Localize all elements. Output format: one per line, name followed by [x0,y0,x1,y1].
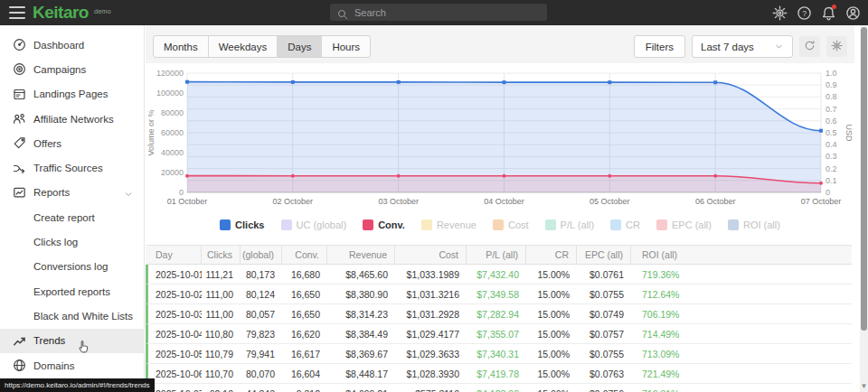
date-range-select[interactable]: Last 7 days [692,35,793,58]
svg-text:07 October: 07 October [801,197,842,206]
table-row: 2025-10-0762,1044,8439,312$4,699.21$575.… [146,384,852,392]
tab-hours[interactable]: Hours [322,36,370,57]
table-row: 2025-10-04110,8079,82316,620$8,384.49$1,… [146,324,852,344]
legend-label: CR [626,219,640,230]
svg-text:0: 0 [179,188,184,197]
table-cell: 706.19% [631,304,852,323]
table-cell: 9,312 [282,384,327,392]
table-cell: $1,033.1989 [395,265,467,284]
sidebar-item-exported-reports[interactable]: Exported reports [0,279,145,303]
notifications-bell-icon[interactable] [821,5,836,21]
svg-text:80000: 80000 [161,108,184,117]
filters-button[interactable]: Filters [634,35,685,58]
sidebar-item-conversions-log[interactable]: Conversions log [0,255,145,279]
table-cell: 2025-10-04 [148,324,202,343]
legend-label: Cost [508,219,529,230]
column-header-p-l-all-[interactable]: P/L (all) [467,246,526,264]
legend-item-roi-all-[interactable]: ROI (all) [728,219,780,230]
sidebar-item-offers[interactable]: Offers [0,131,145,155]
sidebar-item-label: Landings Pages [33,89,108,99]
legend-swatch [281,219,292,230]
sidebar: DashboardCampaignsLandings PagesAffiliat… [0,25,145,392]
table-cell: $7,355.07 [467,324,526,343]
table-cell: $4,123.90 [467,384,526,392]
column-header-day[interactable]: Day [148,246,202,264]
settings-gear-icon[interactable] [772,5,788,21]
sidebar-item-label: Conversions log [33,261,108,272]
sidebar-item-traffic-sources[interactable]: Traffic Sources [0,155,145,180]
chevron-down-icon [774,42,784,51]
refresh-icon [804,39,816,55]
sidebar-item-label: Reports [33,187,70,198]
tab-weekdays[interactable]: Weekdays [209,36,278,57]
scrollbar-thumb[interactable] [861,27,867,331]
app-logo[interactable]: Keitaro [33,3,89,23]
legend-item-revenue[interactable]: Revenue [421,219,476,230]
column-header-roi-all-[interactable]: ROI (all) [631,246,852,264]
column-header-conv-[interactable]: Conv. [282,246,327,264]
legend-swatch [656,219,667,230]
legend-item-epc-all-[interactable]: EPC (all) [656,219,712,230]
legend-item-cr[interactable]: CR [610,219,640,230]
legend-item-cost[interactable]: Cost [493,219,529,230]
legend-label: ROI (all) [743,219,780,230]
legend-label: UC (global) [297,219,347,230]
table-cell: 111,21 [202,265,241,284]
table-cell: 110,80 [202,324,241,343]
column-header-clicks[interactable]: Clicks [202,246,241,264]
sidebar-item-affiliate-networks[interactable]: Affiliate Networks [0,107,145,131]
legend-item-p-l-all-[interactable]: P/L (all) [545,219,595,230]
search-input[interactable]: Search [330,4,547,21]
chart-settings-button[interactable] [826,36,847,57]
sidebar-item-label: Affiliate Networks [33,114,114,125]
tab-months[interactable]: Months [154,36,209,57]
table-cell: 712.64% [631,285,852,303]
table-cell: $8,314.23 [327,304,395,323]
column-header-epc-all-[interactable]: EPC (all) [577,246,631,264]
table-cell: 2025-10-01 [148,265,202,284]
svg-text:0.9: 0.9 [826,80,837,89]
granularity-tabs: MonthsWeekdaysDaysHours [153,35,371,58]
svg-text:120000: 120000 [156,69,184,78]
svg-text:0.6: 0.6 [826,117,837,126]
column-header-uc-global-[interactable]: UC (global) [241,246,282,264]
trends-toolbar: MonthsWeekdaysDaysHours Filters Last 7 d… [146,25,854,63]
sidebar-item-clicks-log[interactable]: Clicks log [0,229,145,254]
sidebar-item-reports[interactable]: Reports [0,181,145,205]
tab-days[interactable]: Days [278,36,322,57]
svg-text:03 October: 03 October [378,197,419,206]
column-header-cost[interactable]: Cost [395,246,467,264]
table-cell: $1,029.3633 [395,344,467,363]
hamburger-menu-icon[interactable] [9,6,25,19]
sidebar-item-campaigns[interactable]: Campaigns [0,57,145,81]
topbar-actions: ? [772,0,861,25]
sidebar-item-create-report[interactable]: Create report [0,205,145,229]
column-header-cr[interactable]: CR [526,246,577,264]
legend-item-conv-[interactable]: Conv. [363,219,405,230]
column-header-revenue[interactable]: Revenue [327,246,395,264]
table-cell: 110,70 [202,364,241,383]
table-cell: $0.0749 [577,304,631,323]
legend-item-uc-global-[interactable]: UC (global) [281,219,347,230]
legend-item-clicks[interactable]: Clicks [220,219,264,230]
sidebar-item-domains[interactable]: Domains [0,353,145,378]
sidebar-item-label: Offers [33,138,61,149]
sidebar-item-dashboard[interactable]: Dashboard [0,33,145,57]
chart-legend: ClicksUC (global)Conv.RevenueCostP/L (al… [146,216,854,234]
table-cell: 16,604 [282,364,327,383]
user-avatar-icon[interactable] [845,5,861,21]
landings-icon [13,88,26,101]
sidebar-item-trends[interactable]: Trends [0,329,145,353]
sidebar-item-label: Dashboard [33,40,84,51]
traffic-icon [13,162,26,175]
chevron-down-icon [123,187,134,198]
sidebar-item-landings-pages[interactable]: Landings Pages [0,82,145,107]
refresh-button[interactable] [799,36,820,57]
table-cell: 713.09% [631,344,852,363]
vertical-scrollbar[interactable]: ▼ [860,25,868,392]
scrollbar-down-arrow[interactable]: ▼ [860,382,868,390]
table-cell: $7,419.78 [467,364,526,383]
help-icon[interactable]: ? [797,5,812,21]
svg-text:0.7: 0.7 [826,105,837,114]
sidebar-item-black-and-white-lists[interactable]: Black and White Lists [0,303,145,328]
